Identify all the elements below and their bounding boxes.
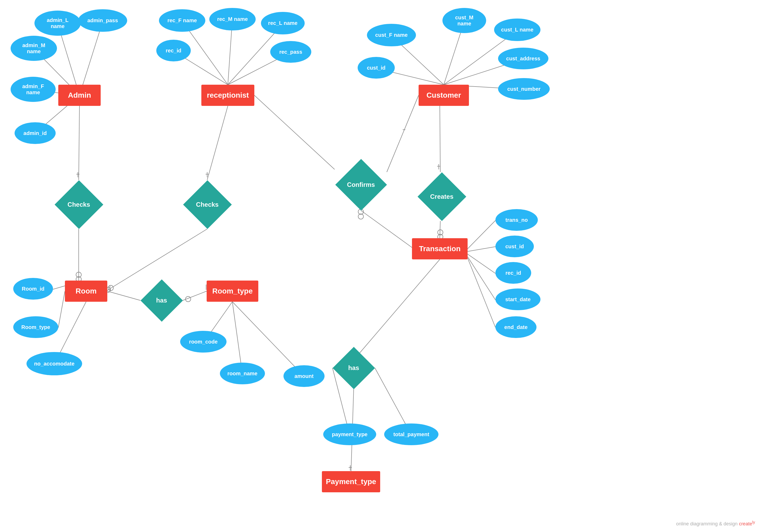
rec-id-trans-attr: rec_id xyxy=(495,262,531,284)
payment-type-entity: Payment_type xyxy=(322,471,380,492)
has-room-relationship: has xyxy=(141,279,183,321)
svg-line-22 xyxy=(207,106,228,180)
creates-relationship: Creates xyxy=(417,172,466,221)
svg-line-43 xyxy=(468,258,495,327)
room-type-attr: Room_type xyxy=(13,316,58,338)
er-diagram: Admin receptionist Customer Room Room_ty… xyxy=(0,0,763,532)
cust-number-attr: cust_number xyxy=(498,78,550,100)
room-code-attr: room_code xyxy=(180,331,227,353)
svg-line-40 xyxy=(468,247,495,251)
svg-line-39 xyxy=(468,221,495,249)
rec-pass-attr: rec_pass xyxy=(270,41,311,63)
svg-point-50 xyxy=(185,297,191,302)
cust-l-name-attr: cust_L name xyxy=(494,19,540,41)
watermark: online diagramming & design creately xyxy=(676,520,755,527)
transaction-entity: Transaction xyxy=(412,238,468,259)
cust-m-name-attr: cust_Mname xyxy=(442,8,486,33)
rec-m-name-attr: rec_M name xyxy=(209,8,256,31)
svg-line-36 xyxy=(440,221,440,238)
admin-pass-attr: admin_pass xyxy=(78,9,127,32)
room-entity: Room xyxy=(65,281,107,302)
amount-attr: amount xyxy=(283,365,325,387)
room-name-attr: room_name xyxy=(220,363,265,384)
svg-point-27 xyxy=(108,285,113,291)
svg-line-55 xyxy=(354,259,440,360)
rec-l-name-attr: rec_L name xyxy=(261,12,305,35)
svg-line-42 xyxy=(468,257,495,300)
checks-rec-relationship: Checks xyxy=(183,180,232,229)
cust-address-attr: cust_address xyxy=(498,47,548,69)
connection-lines xyxy=(0,0,763,532)
has-trans-relationship: has xyxy=(333,347,375,389)
cust-f-name-attr: cust_F name xyxy=(367,24,416,46)
svg-line-29 xyxy=(387,95,419,172)
svg-line-44 xyxy=(53,286,65,289)
rec-f-name-attr: rec_F name xyxy=(159,9,205,32)
admin-l-name-attr: admin_Lname xyxy=(35,11,81,36)
admin-f-name-attr: admin_Fname xyxy=(11,77,55,102)
room-id-attr: Room_id xyxy=(13,278,53,300)
total-payment-attr: total_payment xyxy=(384,423,438,445)
svg-line-45 xyxy=(58,291,65,328)
end-date-attr: end_date xyxy=(495,316,536,338)
svg-line-63 xyxy=(361,211,412,247)
admin-id-attr: admin_id xyxy=(15,122,55,144)
customer-entity: Customer xyxy=(419,85,469,106)
rec-id-attr: rec_id xyxy=(156,40,191,61)
svg-point-32 xyxy=(358,214,364,219)
svg-line-47 xyxy=(107,291,141,301)
admin-m-name-attr: admin_Mname xyxy=(11,36,57,61)
payment-type-attr: payment_type xyxy=(323,423,376,445)
receptionist-entity: receptionist xyxy=(201,85,254,106)
svg-line-41 xyxy=(468,254,495,273)
no-accomodate-attr: no_accomodate xyxy=(27,352,82,375)
svg-line-49 xyxy=(183,291,207,301)
confirms-relationship: Confirms xyxy=(335,159,387,211)
trans-no-attr: trans_no xyxy=(495,209,538,231)
svg-line-33 xyxy=(440,106,440,172)
svg-point-21 xyxy=(76,272,81,277)
checks-admin-relationship: Checks xyxy=(54,180,103,229)
svg-point-38 xyxy=(438,230,443,235)
cust-id-trans-attr: cust_id xyxy=(495,235,534,257)
room-type-entity: Room_type xyxy=(207,281,258,302)
brand-label: creately xyxy=(739,521,755,526)
start-date-attr: start_date xyxy=(495,289,540,310)
svg-line-1 xyxy=(79,21,103,95)
cust-id-attr: cust_id xyxy=(358,57,395,79)
svg-line-28 xyxy=(254,95,335,169)
svg-line-16 xyxy=(79,106,79,180)
admin-entity: Admin xyxy=(58,85,101,106)
